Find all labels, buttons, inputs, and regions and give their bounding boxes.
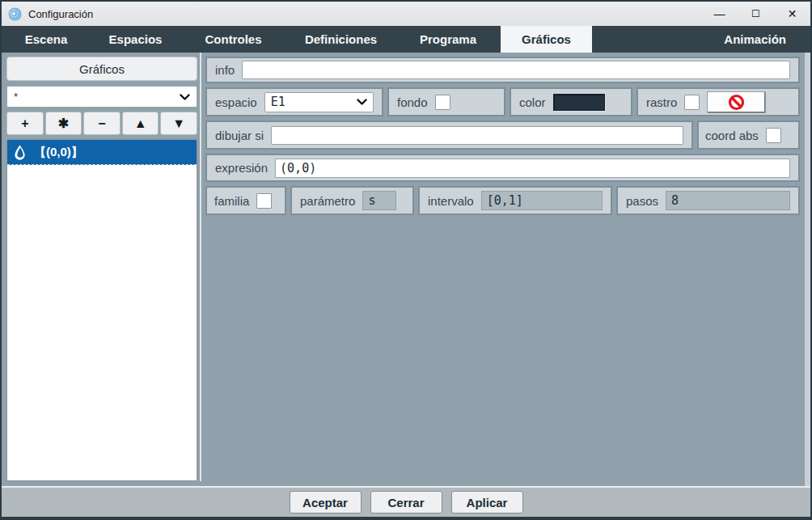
list-toolbar: + ✱ − ▲ ▼	[6, 112, 197, 135]
close-dialog-button[interactable]: Cerrar	[370, 491, 442, 514]
fondo-group: fondo	[387, 87, 505, 116]
familia-label: familia	[214, 194, 249, 208]
graphics-list-panel: Gráficos * + ✱ − ▲ ▼	[2, 53, 197, 486]
list-item[interactable]: 【(0,0)】	[7, 140, 197, 165]
espacio-select[interactable]: E1	[264, 92, 374, 112]
tab-controles[interactable]: Controles	[180, 26, 286, 53]
color-swatch[interactable]	[553, 94, 605, 111]
clear-trace-button[interactable]	[707, 91, 765, 112]
tab-definiciones[interactable]: Definiciones	[286, 26, 395, 53]
chevron-down-icon	[357, 99, 367, 105]
right-scroll-strip[interactable]	[805, 53, 810, 486]
tab-escena[interactable]: Escena	[2, 26, 91, 53]
remove-button[interactable]: −	[83, 112, 121, 135]
droplet-icon	[14, 145, 26, 160]
footer-bar: Aceptar Cerrar Aplicar	[2, 486, 810, 517]
espacio-label: espacio	[215, 95, 257, 109]
no-symbol-icon	[728, 94, 745, 111]
info-label: info	[215, 63, 235, 77]
familia-checkbox[interactable]	[256, 193, 272, 209]
rastro-group: rastro	[636, 87, 800, 116]
dibujar-si-input[interactable]	[271, 126, 683, 145]
familia-group: familia	[205, 186, 286, 215]
fondo-checkbox[interactable]	[435, 95, 450, 110]
add-button[interactable]: +	[6, 112, 44, 135]
fondo-label: fondo	[397, 95, 428, 109]
tab-animacion[interactable]: Animación	[700, 26, 810, 53]
coord-abs-group: coord abs	[697, 120, 800, 150]
coord-abs-checkbox[interactable]	[766, 128, 781, 143]
parametro-input: s	[362, 191, 396, 210]
content-area: Gráficos * + ✱ − ▲ ▼	[2, 53, 810, 486]
coord-abs-label: coord abs	[705, 129, 759, 142]
intervalo-input: [0,1]	[481, 191, 603, 210]
accept-button[interactable]: Aceptar	[290, 491, 362, 514]
minimize-button[interactable]: —	[701, 2, 738, 26]
tab-bar: Escena Espacios Controles Definiciones P…	[2, 26, 810, 53]
intervalo-label: intervalo	[428, 194, 474, 208]
move-up-button[interactable]: ▲	[122, 112, 159, 135]
graphic-properties-form: info espacio E1 fondo	[205, 53, 803, 486]
rastro-label: rastro	[646, 95, 677, 109]
espacio-group: espacio E1	[205, 87, 383, 116]
espacio-value: E1	[271, 95, 285, 109]
pasos-label: pasos	[626, 194, 658, 208]
list-item-label: 【(0,0)】	[34, 145, 83, 160]
graphics-filter-select[interactable]: *	[6, 86, 197, 108]
apply-button[interactable]: Aplicar	[451, 491, 523, 514]
tab-graficos[interactable]: Gráficos	[501, 26, 592, 53]
configuration-window: Configuración — ☐ ✕ Escena Espacios Cont…	[0, 0, 812, 520]
panel-title: Gráficos	[6, 57, 197, 81]
graphics-list: 【(0,0)】	[6, 139, 197, 481]
tab-programa[interactable]: Programa	[395, 26, 501, 53]
intervalo-group: intervalo [0,1]	[418, 186, 612, 215]
filter-value: *	[14, 91, 18, 103]
dibujar-si-group: dibujar si	[205, 120, 693, 150]
info-input[interactable]	[242, 61, 790, 79]
titlebar: Configuración — ☐ ✕	[2, 2, 810, 26]
info-group: info	[205, 57, 800, 83]
dibujar-si-label: dibujar si	[215, 129, 264, 142]
color-group: color	[510, 87, 632, 116]
pasos-group: pasos 8	[616, 186, 800, 215]
tab-espacios[interactable]: Espacios	[91, 26, 180, 53]
rastro-checkbox[interactable]	[684, 95, 700, 110]
expresion-input[interactable]	[275, 159, 790, 178]
panel-divider[interactable]	[197, 53, 205, 486]
window-controls: — ☐ ✕	[701, 2, 810, 26]
expresion-label: expresión	[215, 161, 268, 175]
move-down-button[interactable]: ▼	[160, 112, 197, 135]
expresion-group: expresión	[205, 154, 800, 182]
close-button[interactable]: ✕	[774, 2, 810, 26]
color-label: color	[519, 95, 546, 109]
maximize-button[interactable]: ☐	[738, 2, 774, 26]
asterisk-button[interactable]: ✱	[45, 112, 82, 135]
app-logo-icon	[8, 7, 22, 21]
window-title: Configuración	[28, 8, 701, 20]
parametro-group: parámetro s	[290, 186, 414, 215]
pasos-input: 8	[666, 191, 790, 210]
parametro-label: parámetro	[300, 194, 355, 208]
chevron-down-icon	[180, 94, 190, 100]
